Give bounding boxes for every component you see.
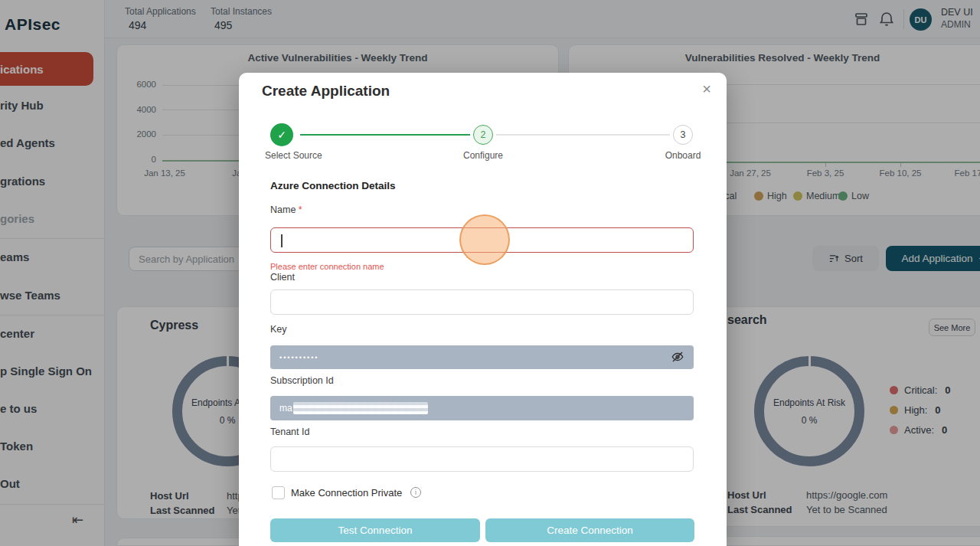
subscription-id-input[interactable]: ma — [270, 396, 694, 420]
name-error-message: Please enter connection name — [270, 262, 384, 271]
name-input[interactable] — [270, 227, 694, 253]
app-root: APIsec ications rity Hub ed Agents grati… — [0, 0, 980, 546]
client-input[interactable] — [270, 289, 694, 315]
step-onboard-circle[interactable]: 3 — [673, 125, 693, 145]
subscription-id-value: ma — [279, 403, 292, 414]
step-label-configure: Configure — [456, 150, 510, 161]
section-heading: Azure Connection Details — [270, 180, 396, 191]
key-input[interactable]: •••••••••• — [270, 345, 694, 369]
name-label: Name * — [270, 204, 302, 215]
tenant-id-label: Tenant Id — [270, 427, 309, 437]
required-asterisk: * — [299, 204, 302, 215]
close-icon[interactable]: × — [702, 81, 711, 96]
modal-title: Create Application — [262, 83, 390, 100]
step-connector-todo — [496, 134, 670, 136]
make-connection-private-checkbox[interactable] — [272, 486, 285, 499]
key-label: Key — [270, 324, 287, 335]
step-label-onboard: Onboard — [659, 150, 707, 161]
step-select-source-circle[interactable]: ✓ — [270, 123, 293, 146]
masked-password-dots: •••••••••• — [279, 354, 319, 361]
step-connector-done — [300, 134, 470, 136]
client-label: Client — [270, 272, 295, 283]
name-label-text: Name — [270, 204, 296, 215]
test-connection-button[interactable]: Test Connection — [270, 518, 480, 542]
text-caret — [281, 234, 283, 247]
subscription-id-label: Subscription Id — [270, 375, 334, 386]
step-configure-circle[interactable]: 2 — [473, 125, 493, 145]
step-label-select-source: Select Source — [265, 150, 322, 161]
check-icon: ✓ — [277, 129, 286, 141]
create-connection-button[interactable]: Create Connection — [485, 518, 694, 542]
tenant-id-input[interactable] — [270, 446, 694, 472]
eye-off-icon[interactable] — [671, 350, 684, 367]
info-icon[interactable]: i — [410, 487, 421, 498]
redacted-value-block — [293, 402, 428, 414]
make-connection-private-label: Make Connection Private — [291, 487, 402, 499]
create-application-modal: Create Application × ✓ 2 3 Select Source… — [239, 73, 727, 546]
